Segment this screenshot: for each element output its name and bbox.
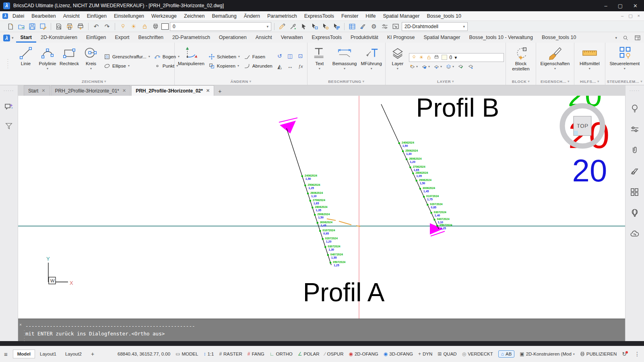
align-icon[interactable]: ⊡ bbox=[296, 51, 305, 61]
group-label-zeichnen[interactable]: ZEICHNEN▾ bbox=[15, 78, 173, 85]
layer-combo[interactable]: 0▾ bbox=[170, 22, 271, 31]
layer-add-button[interactable] bbox=[467, 64, 474, 70]
verdeckt-toggle[interactable]: ◎VERDECKT bbox=[462, 352, 493, 356]
ribbon-tab-operationen[interactable]: Operationen bbox=[215, 33, 251, 43]
undo-button[interactable]: ↶ bbox=[91, 22, 101, 31]
settings-gear-icon[interactable]: ⚙ bbox=[369, 22, 379, 31]
grenzschraffur-button[interactable]: Grenzschraffur...▾ bbox=[104, 53, 150, 60]
status-kebab-icon[interactable]: ⋮ bbox=[634, 351, 640, 357]
group-label-eigenschaften[interactable]: EIGENSCH...▾ bbox=[538, 78, 572, 85]
manipulieren-button[interactable]: Manipulieren bbox=[176, 44, 206, 78]
rechteck-button[interactable]: Rechteck bbox=[59, 44, 80, 78]
layer-thaw-icon[interactable]: ☀ bbox=[129, 22, 138, 31]
print-button[interactable] bbox=[65, 22, 74, 31]
polylinie-dropdown-icon[interactable]: ▾ bbox=[47, 67, 48, 70]
kreis-button[interactable]: Kreis ▾ bbox=[80, 44, 101, 78]
select-highlight-button[interactable] bbox=[321, 22, 330, 31]
mfuehrung-button[interactable]: MFührung ▾ bbox=[359, 44, 383, 78]
group-label-block[interactable]: BLOCK▾ bbox=[508, 78, 534, 85]
command-drag-handle[interactable]: ····· bbox=[20, 329, 28, 342]
ribbon-drag-handle[interactable]: ····· bbox=[6, 59, 10, 70]
group-label-beschriftung[interactable]: BESCHRIFTUNG▾ bbox=[309, 78, 384, 85]
ai-assistant-icon[interactable] bbox=[4, 102, 14, 112]
ospur-toggle[interactable]: ∕OSPUR bbox=[325, 352, 344, 356]
group-label-layer[interactable]: LAYER▾ bbox=[387, 78, 504, 85]
stretch-icon[interactable]: ↔ bbox=[285, 62, 295, 71]
layer-freeze-button[interactable]: ▾ bbox=[433, 64, 442, 70]
layout-tab-layout2[interactable]: Layout2 bbox=[61, 350, 86, 358]
menu-item-zeichnen[interactable]: Zeichnen bbox=[180, 12, 208, 20]
document-tab-close-icon[interactable]: ✕ bbox=[41, 88, 45, 93]
fasen-button[interactable]: Fasen bbox=[244, 53, 272, 60]
ribbon-tab-bosse-tools-10-verwaltung[interactable]: Bosse_tools 10 - Verwaltung bbox=[465, 33, 537, 43]
menu-item-bema-ung[interactable]: Bemaßung bbox=[208, 12, 240, 20]
kopieren-button[interactable]: Kopieren▾ bbox=[208, 63, 240, 69]
ribbon-tab-bosse-tools-10[interactable]: Bosse_tools 10 bbox=[537, 33, 580, 43]
sync-status-icon[interactable]: ↻ bbox=[622, 351, 629, 357]
ribbon-tab-einf-gen[interactable]: Einfügen bbox=[82, 33, 110, 43]
abrunden-button[interactable]: Abrunden bbox=[244, 63, 272, 69]
select-grid-button[interactable] bbox=[332, 22, 341, 31]
dyn-toggle[interactable]: +DYN bbox=[418, 352, 432, 356]
open-file-button[interactable] bbox=[17, 22, 26, 31]
layout-tab-layout1[interactable]: Layout1 bbox=[36, 350, 60, 358]
fx-icon[interactable]: ƒx bbox=[296, 62, 305, 71]
profil-a-line[interactable] bbox=[287, 128, 331, 265]
minimize-button[interactable]: – bbox=[605, 3, 607, 9]
steuerelement-dropdown-icon[interactable]: ▾ bbox=[624, 67, 625, 70]
ribbon-tab-beschriften[interactable]: Beschriften bbox=[134, 33, 168, 43]
menu-item-bosse-tools-10[interactable]: Bosse_tools 10 bbox=[423, 12, 464, 20]
ellipse-button[interactable]: Ellipse▾ bbox=[104, 63, 150, 69]
menu-item-expresstools[interactable]: ExpressTools bbox=[301, 12, 338, 20]
text-dropdown-icon[interactable]: ▾ bbox=[319, 67, 320, 70]
ribbon-collapse-chevron-icon[interactable]: ▾ bbox=[615, 36, 617, 40]
plot-button[interactable] bbox=[76, 22, 85, 31]
ab-toggle[interactable]: ⌂AB bbox=[498, 350, 515, 358]
rotate-icon[interactable]: ↺ bbox=[275, 51, 285, 61]
filter-icon[interactable] bbox=[4, 121, 14, 132]
polar-toggle[interactable]: ∠POLAR bbox=[298, 352, 320, 356]
fang-toggle[interactable]: #FANG bbox=[248, 352, 264, 356]
visual-style-combo[interactable]: 2D-Drahtmodell▾ bbox=[402, 22, 468, 31]
new-document-tab-button[interactable]: + bbox=[215, 87, 225, 96]
eigenschaften-button[interactable]: Eigenschaften ▾ bbox=[539, 44, 571, 78]
tips-bulb-icon[interactable] bbox=[630, 103, 640, 114]
attachments-paperclip-icon[interactable] bbox=[630, 145, 640, 156]
group-label-aendern[interactable]: ÄNDERN▾ bbox=[176, 78, 305, 85]
text-button[interactable]: Text ▾ bbox=[309, 44, 330, 78]
drawing-canvas[interactable]: Profil B Profil A 20 20 20 TOP 240 bbox=[18, 96, 625, 319]
layer-button[interactable]: Layer ▾ bbox=[387, 44, 408, 78]
layer-lock-button[interactable]: ▾ bbox=[421, 64, 430, 70]
close-button[interactable]: ✕ bbox=[633, 3, 638, 9]
save-button[interactable] bbox=[27, 22, 37, 31]
menu-item-werkzeuge[interactable]: Werkzeuge bbox=[148, 12, 180, 20]
redo-button[interactable]: ↷ bbox=[102, 22, 112, 31]
app-menu-chevron-icon[interactable]: ▾ bbox=[12, 36, 14, 40]
ribbon-tab-start[interactable]: Start bbox=[16, 33, 36, 43]
schieben-button[interactable]: Schieben▾ bbox=[208, 53, 240, 60]
bemassung-dropdown-icon[interactable]: ▾ bbox=[344, 67, 345, 70]
block-erstellen-button[interactable]: Block erstellen bbox=[508, 44, 534, 78]
menu-item-bearbeiten[interactable]: Bearbeiten bbox=[28, 12, 59, 20]
ribbon-tab-2d-konstruieren[interactable]: 2D-Konstruieren bbox=[36, 33, 82, 43]
mdi-minimize-button[interactable]: – bbox=[621, 13, 623, 19]
eigenschaften-dropdown-icon[interactable]: ▾ bbox=[554, 67, 556, 70]
kreis-dropdown-icon[interactable]: ▾ bbox=[90, 67, 92, 70]
model-toggle[interactable]: ▭MODEL bbox=[175, 352, 198, 356]
eyedropper-button[interactable] bbox=[288, 22, 298, 31]
add-layout-button[interactable]: + bbox=[91, 351, 94, 357]
ribbon-panel-icon[interactable] bbox=[634, 35, 641, 41]
ortho-toggle[interactable]: ∟ORTHO bbox=[270, 352, 293, 356]
maximize-button[interactable]: ▢ bbox=[618, 3, 623, 9]
match-properties-button[interactable] bbox=[277, 22, 287, 31]
workspace-switch[interactable]: ▣2D-Konstruieren (Mod▾ bbox=[520, 352, 575, 356]
document-tab[interactable]: Start✕ bbox=[24, 85, 50, 96]
group-label-hilfsmittel[interactable]: HILFS...▾ bbox=[576, 78, 603, 85]
group-label-steuerelement[interactable]: STEUERELEM...▾ bbox=[607, 78, 642, 85]
new-file-button[interactable] bbox=[6, 22, 15, 31]
layer-check-button[interactable] bbox=[457, 64, 464, 70]
menu-item-einf-gen[interactable]: Einfügen bbox=[83, 12, 110, 20]
document-tab[interactable]: PRH_2Profile-3Horizonte_01*✕ bbox=[51, 85, 131, 96]
balloon-icon[interactable] bbox=[630, 208, 640, 218]
polylinie-button[interactable]: Polylinie ▾ bbox=[37, 44, 58, 78]
